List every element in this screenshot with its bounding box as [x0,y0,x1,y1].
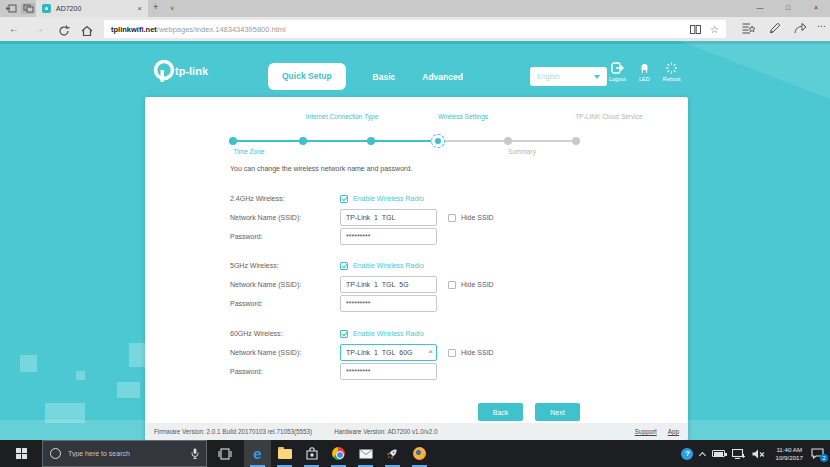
tab-quick-setup[interactable]: Quick Setup [268,63,346,90]
edge-logo-icon: e [253,446,261,461]
hide-ssid-checkbox[interactable] [448,281,456,289]
enable-wireless-label: Enable Wireless Radio [353,330,424,337]
home-icon[interactable] [81,23,93,41]
search-input[interactable] [68,450,191,457]
clear-input-icon[interactable]: × [428,347,433,356]
router-nav: Quick Setup Basic Advanced [268,63,463,90]
address-bar[interactable]: tplinkwifi.net/webpages/index.1483434395… [104,20,726,38]
url-host: tplinkwifi.net [111,25,157,34]
password-label: Password: [230,368,340,375]
rocket-app-taskbar-icon[interactable] [379,440,406,467]
svg-text:tp-link: tp-link [175,65,209,77]
hide-ssid-checkbox[interactable] [448,349,456,357]
enable-wireless-label: Enable Wireless Radio [353,195,424,202]
support-link[interactable]: Support [635,428,657,435]
taskbar-clock[interactable]: 11:40 AM 10/9/2017 [775,446,803,461]
reboot-button[interactable]: Reboot [663,62,681,82]
refresh-icon[interactable] [58,23,70,41]
reboot-label: Reboot [663,76,681,82]
mail-taskbar-icon[interactable] [352,440,379,467]
clock-date: 10/9/2017 [775,454,803,462]
tabs-preview-icon[interactable] [21,3,35,14]
password-input-5g[interactable] [340,295,437,312]
step-dot-time-zone [229,137,237,145]
next-button[interactable]: Next [535,403,580,421]
logout-label: Logout [609,76,626,82]
led-button[interactable]: LED [639,62,650,82]
band-label: 60GHz Wireless: [230,330,340,337]
network-icon[interactable] [732,449,745,459]
chevron-down-icon [594,75,600,79]
close-button[interactable]: × [802,0,830,17]
cortana-icon [50,448,61,459]
back-icon[interactable]: ← [9,21,19,37]
deco-pixel [76,371,85,380]
enable-wireless-checkbox[interactable] [340,330,348,338]
action-center-button[interactable]: 2 [811,448,824,459]
clock-time: 11:40 AM [776,446,802,454]
hub-icon[interactable] [742,22,755,34]
browser-titlebar: AD7200 × + ∨ — □ × [0,0,830,17]
chrome-taskbar-icon[interactable] [325,440,352,467]
edge-taskbar-icon[interactable]: e [244,440,271,467]
ssid-input-2g[interactable] [340,209,437,226]
app-link[interactable]: App [668,428,679,435]
volume-muted-icon[interactable] [752,449,765,459]
card-footer: Firmware Version: 2.0.1 Build 20170103 r… [145,423,688,440]
enable-wireless-checkbox[interactable] [340,262,348,270]
rocket-icon [386,447,399,460]
store-taskbar-icon[interactable] [298,440,325,467]
password-input-60g[interactable] [340,363,437,380]
band-label: 2.4GHz Wireless: [230,195,340,202]
tab-basic[interactable]: Basic [373,72,396,82]
password-label: Password: [230,300,340,307]
enable-wireless-label: Enable Wireless Radio [353,262,424,269]
maximize-button[interactable]: □ [774,0,802,17]
step-dot-summary [504,137,512,145]
favorite-star-icon[interactable]: ☆ [710,24,719,35]
tab-preview-chevron-icon[interactable]: ∨ [170,4,174,11]
start-button[interactable] [0,440,42,467]
setup-stepper: Internet Connection Type Wireless Settin… [145,107,688,159]
battery-icon[interactable] [712,450,725,457]
help-tray-icon[interactable]: ? [681,448,693,460]
show-hidden-icons-chevron[interactable] [700,450,705,458]
tplink-favicon [42,4,51,13]
ssid-input-60g[interactable] [340,344,437,361]
firefox-taskbar-icon[interactable] [406,440,433,467]
minimize-button[interactable]: — [746,0,774,17]
web-note-pen-icon[interactable] [769,22,781,34]
header-actions: Logout LED Reboot [609,62,681,82]
hide-ssid-label: Hide SSID [461,214,494,221]
step-label-time-zone: Time Zone [234,148,265,155]
back-button[interactable]: Back [478,403,523,421]
share-icon[interactable] [794,22,807,34]
step-label-internet-connection-type: Internet Connection Type [306,113,379,120]
led-label: LED [639,76,650,82]
tab-advanced[interactable]: Advanced [422,72,463,82]
hardware-version: Hardware Version: AD7200 v1.0/v2.0 [334,428,437,435]
language-select[interactable]: English [530,67,607,86]
stepper-line-done [233,140,438,142]
taskbar-search[interactable] [42,440,207,467]
reading-view-icon[interactable] [690,25,701,34]
enable-wireless-checkbox[interactable] [340,195,348,203]
more-options-icon[interactable]: ⋯ [817,21,826,31]
deco-pixel [20,355,37,372]
browser-tab[interactable]: AD7200 × [36,0,148,17]
screen: AD7200 × + ∨ — □ × ← → tplinkwifi.net/we… [0,0,830,467]
tab-close-icon[interactable]: × [137,4,142,13]
task-view-button[interactable] [212,440,238,467]
forward-icon[interactable]: → [34,21,44,37]
file-explorer-taskbar-icon[interactable] [271,440,298,467]
quick-setup-card: Internet Connection Type Wireless Settin… [145,97,688,440]
ssid-input-5g[interactable] [340,276,437,293]
deco-triangle [680,41,830,99]
password-input-2g[interactable] [340,228,437,245]
reboot-icon [665,62,678,74]
new-tab-button[interactable]: + [153,2,158,12]
hide-ssid-checkbox[interactable] [448,214,456,222]
ssid-label: Network Name (SSID): [230,281,340,288]
logout-button[interactable]: Logout [609,62,626,82]
set-tabs-aside-icon[interactable] [4,3,18,14]
